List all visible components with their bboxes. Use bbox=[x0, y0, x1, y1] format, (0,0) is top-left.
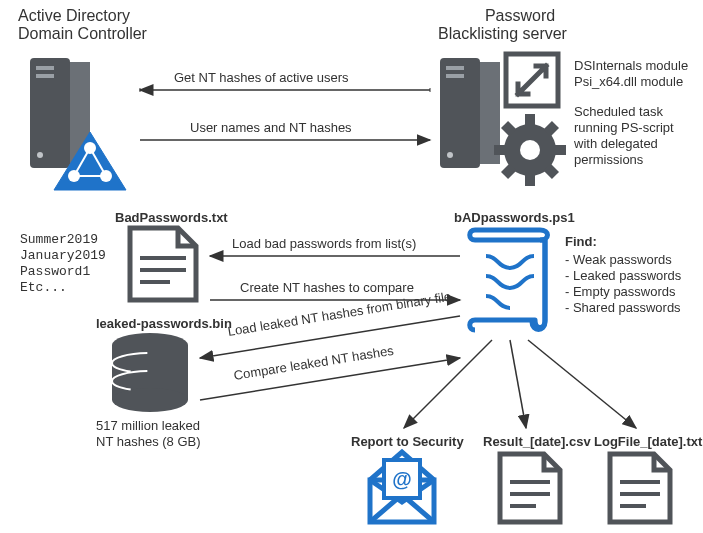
svg-rect-19 bbox=[525, 174, 535, 186]
arrow-to-log bbox=[528, 340, 636, 428]
svg-rect-3 bbox=[36, 74, 54, 78]
database-icon bbox=[112, 333, 188, 412]
arrow-loadleaked bbox=[200, 316, 460, 358]
svg-point-26 bbox=[520, 140, 540, 160]
script-icon bbox=[470, 230, 548, 330]
arrow-to-csv bbox=[510, 340, 526, 428]
log-file-icon bbox=[610, 454, 670, 522]
gear-icon bbox=[494, 114, 566, 186]
svg-rect-20 bbox=[494, 145, 506, 155]
diagram-canvas: @ bbox=[0, 0, 703, 533]
svg-text:@: @ bbox=[392, 468, 412, 490]
svg-rect-21 bbox=[554, 145, 566, 155]
arrow-compareleaked bbox=[200, 358, 460, 400]
svg-rect-14 bbox=[446, 74, 464, 78]
svg-rect-13 bbox=[446, 66, 464, 70]
svg-point-34 bbox=[112, 388, 188, 412]
blacklist-server-icon bbox=[440, 58, 500, 168]
svg-rect-2 bbox=[36, 66, 54, 70]
svg-point-4 bbox=[37, 152, 43, 158]
expand-icon bbox=[506, 54, 558, 106]
badpasswords-file-icon bbox=[130, 228, 196, 300]
mail-icon: @ bbox=[370, 452, 434, 522]
svg-rect-18 bbox=[525, 114, 535, 126]
svg-point-15 bbox=[447, 152, 453, 158]
arrow-to-report bbox=[404, 340, 492, 428]
csv-file-icon bbox=[500, 454, 560, 522]
